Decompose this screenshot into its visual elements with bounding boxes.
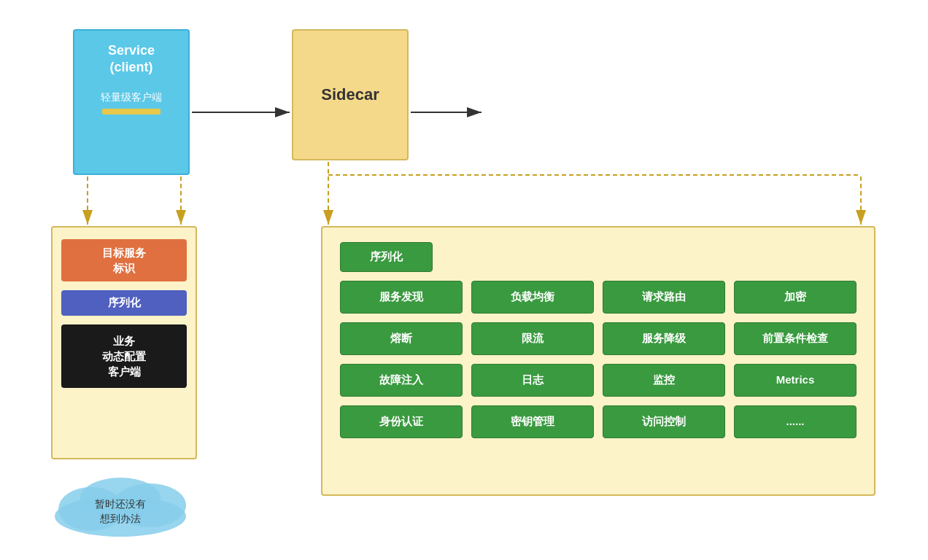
capability-rate-limiting: 限流 xyxy=(471,322,594,355)
left-panel-item-serialization: 序列化 xyxy=(61,290,187,316)
capability-fault-injection: 故障注入 xyxy=(340,364,463,397)
service-client-title: Service (client) xyxy=(108,42,155,77)
capability-circuit-breaker: 熔断 xyxy=(340,322,463,355)
left-panel: 目标服务 标识 序列化 业务 动态配置 客户端 xyxy=(51,226,197,459)
capability-more: ...... xyxy=(734,405,857,438)
svg-text:暂时还没有: 暂时还没有 xyxy=(95,498,146,510)
capability-top-serialization: 序列化 xyxy=(340,242,433,272)
capability-access-control: 访问控制 xyxy=(603,405,725,438)
service-client-subtitle: 轻量级客户端 xyxy=(101,91,162,104)
capability-metrics: Metrics xyxy=(734,364,857,397)
left-panel-item-dynamic-config: 业务 动态配置 客户端 xyxy=(61,324,187,388)
right-panel: 序列化 服务发现 负载均衡 请求路由 加密 熔断 限流 服务降级 前置条件检查 … xyxy=(321,226,875,496)
capability-grid: 服务发现 负载均衡 请求路由 加密 熔断 限流 服务降级 前置条件检查 故障注入… xyxy=(340,281,857,438)
service-client-bar xyxy=(102,109,161,114)
diagram-container: Service (client) 轻量级客户端 Sidecar 目标服务 标识 … xyxy=(0,0,928,560)
capability-service-discovery: 服务发现 xyxy=(340,281,463,314)
capability-logging: 日志 xyxy=(471,364,594,397)
cloud-shape: 暂时还没有 想到办法 xyxy=(44,465,197,538)
capability-key-management: 密钥管理 xyxy=(471,405,594,438)
capability-request-routing: 请求路由 xyxy=(603,281,725,314)
capability-monitoring: 监控 xyxy=(603,364,725,397)
left-panel-item-target: 目标服务 标识 xyxy=(61,239,187,281)
capability-encryption: 加密 xyxy=(734,281,857,314)
capability-precondition-check: 前置条件检查 xyxy=(734,322,857,355)
capability-load-balance: 负载均衡 xyxy=(471,281,594,314)
sidecar-title: Sidecar xyxy=(321,85,379,104)
capability-service-degradation: 服务降级 xyxy=(603,322,725,355)
capability-auth: 身份认证 xyxy=(340,405,463,438)
sidecar-box: Sidecar xyxy=(292,29,409,160)
svg-text:想到办法: 想到办法 xyxy=(99,513,141,524)
service-client-box: Service (client) 轻量级客户端 xyxy=(73,29,190,175)
